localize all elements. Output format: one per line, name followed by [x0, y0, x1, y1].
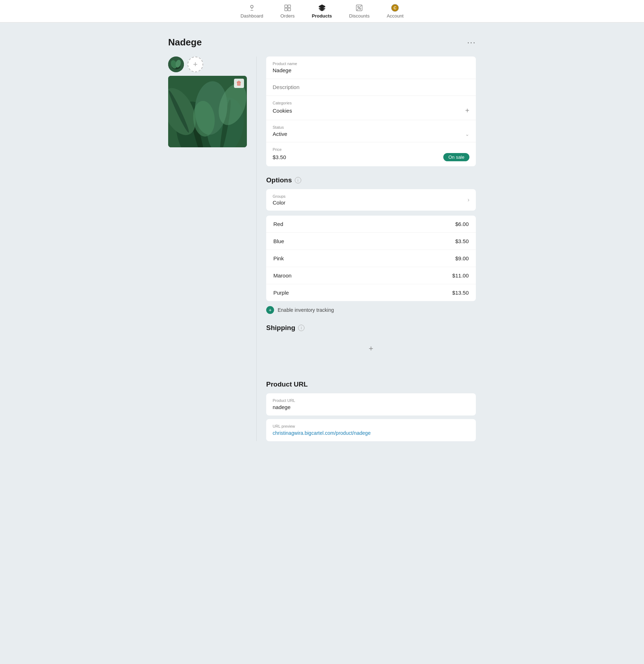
delete-image-button[interactable]: 🗑: [234, 79, 244, 88]
categories-value: Cookies: [273, 108, 292, 114]
variant-name-maroon: Maroon: [273, 272, 292, 279]
main-content: Nadege ··· +: [161, 23, 483, 463]
dashboard-icon: [248, 4, 256, 12]
nav-dashboard-label: Dashboard: [240, 13, 263, 19]
svg-point-10: [360, 8, 361, 10]
url-preview-link[interactable]: christinagwira.bigcartel.com/product/nad…: [273, 430, 371, 436]
svg-rect-4: [284, 8, 287, 11]
product-thumbnail: [168, 56, 184, 72]
status-chevron-icon: ⌄: [465, 131, 469, 137]
product-url-field: Product URL: [266, 393, 476, 415]
variant-row-purple[interactable]: Purple $13.50: [266, 284, 476, 301]
discounts-icon: [355, 4, 364, 12]
svg-marker-6: [318, 5, 325, 8]
option-group-chevron-icon: ›: [468, 197, 469, 203]
nav-account-label: Account: [387, 13, 404, 19]
svg-rect-5: [288, 8, 291, 11]
content-layout: + 🗑: [168, 56, 476, 441]
variant-row-blue[interactable]: Blue $3.50: [266, 233, 476, 250]
inventory-toggle-icon: +: [266, 306, 274, 314]
nav-discounts[interactable]: Discounts: [349, 4, 370, 19]
variant-price-maroon: $11.00: [452, 272, 469, 279]
price-value: $3.50: [273, 154, 286, 160]
shipping-section-header: Shipping i: [266, 324, 476, 332]
page-header: Nadege ···: [168, 37, 476, 48]
status-field[interactable]: Status Active ⌄: [266, 120, 476, 142]
options-info-icon[interactable]: i: [295, 177, 301, 183]
option-group-value: Color: [273, 200, 286, 206]
inventory-label: Enable inventory tracking: [278, 307, 334, 313]
variants-card: Red $6.00 Blue $3.50 Pink $9.00 Maroon $…: [266, 216, 476, 301]
add-image-button[interactable]: +: [187, 56, 203, 72]
variant-row-red[interactable]: Red $6.00: [266, 216, 476, 233]
product-image-container: 🗑: [168, 76, 247, 147]
variant-name-blue: Blue: [273, 238, 284, 244]
variant-row-maroon[interactable]: Maroon $11.00: [266, 267, 476, 284]
orders-icon: [283, 4, 292, 12]
inventory-toggle[interactable]: + Enable inventory tracking: [266, 306, 476, 314]
option-group-info: Groups Color: [273, 194, 286, 206]
price-label: Price: [273, 147, 469, 152]
option-group-row[interactable]: Groups Color ›: [266, 189, 476, 211]
nav-dashboard[interactable]: Dashboard: [240, 4, 263, 19]
status-row: Active ⌄: [273, 131, 469, 137]
product-url-title: Product URL: [266, 380, 308, 388]
variant-name-purple: Purple: [273, 290, 289, 296]
variant-price-red: $6.00: [455, 221, 469, 227]
page-title: Nadege: [168, 37, 202, 48]
variant-price-purple: $13.50: [452, 290, 469, 296]
left-right-divider: [256, 56, 257, 441]
svg-text:C: C: [394, 6, 396, 10]
product-name-field: Product name: [266, 56, 476, 79]
status-value: Active: [273, 131, 287, 137]
product-url-card: Product URL: [266, 393, 476, 415]
variant-price-blue: $3.50: [455, 238, 469, 244]
svg-rect-2: [284, 5, 287, 8]
nav-account[interactable]: C Account: [387, 4, 404, 19]
product-url-input[interactable]: [273, 404, 469, 410]
option-group-card: Groups Color ›: [266, 189, 476, 211]
nav-orders-label: Orders: [280, 13, 295, 19]
nav-discounts-label: Discounts: [349, 13, 370, 19]
shipping-title: Shipping: [266, 324, 295, 332]
main-nav: Dashboard Orders Products: [0, 0, 644, 23]
svg-rect-3: [288, 5, 291, 8]
option-group-label: Groups: [273, 194, 286, 198]
description-field[interactable]: [266, 79, 476, 96]
categories-label: Categories: [273, 101, 469, 105]
options-title: Options: [266, 176, 292, 184]
more-options-button[interactable]: ···: [467, 38, 476, 47]
variant-row-pink[interactable]: Pink $9.00: [266, 250, 476, 267]
add-category-button[interactable]: +: [465, 107, 469, 115]
product-name-label: Product name: [273, 62, 469, 66]
svg-point-1: [250, 5, 253, 8]
products-icon: [318, 4, 326, 12]
categories-row: Cookies +: [273, 107, 469, 115]
variant-name-pink: Pink: [273, 255, 284, 261]
price-field: Price $3.50 On sale: [266, 142, 476, 166]
product-url-label: Product URL: [273, 398, 469, 403]
product-form-card: Product name Categories Cookies +: [266, 56, 476, 166]
product-url-section-header: Product URL: [266, 380, 476, 388]
shipping-info-icon[interactable]: i: [298, 325, 304, 331]
status-label: Status: [273, 125, 469, 129]
categories-field: Categories Cookies +: [266, 96, 476, 120]
url-preview-label: URL preview: [273, 424, 469, 428]
nav-products-label: Products: [312, 13, 332, 19]
product-name-input[interactable]: [273, 67, 469, 73]
account-icon: C: [391, 4, 399, 12]
left-panel: + 🗑: [168, 56, 247, 147]
variant-price-pink: $9.00: [455, 255, 469, 261]
variant-name-red: Red: [273, 221, 283, 227]
on-sale-badge: On sale: [443, 153, 469, 161]
nav-products[interactable]: Products: [312, 4, 332, 19]
image-actions: +: [168, 56, 247, 72]
description-input[interactable]: [273, 84, 469, 90]
price-row: $3.50 On sale: [273, 153, 469, 161]
right-panel: Product name Categories Cookies +: [266, 56, 476, 441]
svg-point-9: [358, 6, 359, 8]
url-preview-card: URL preview christinagwira.bigcartel.com…: [266, 419, 476, 441]
nav-orders[interactable]: Orders: [280, 4, 295, 19]
options-section-header: Options i: [266, 176, 476, 184]
add-shipping-button[interactable]: +: [266, 337, 476, 360]
